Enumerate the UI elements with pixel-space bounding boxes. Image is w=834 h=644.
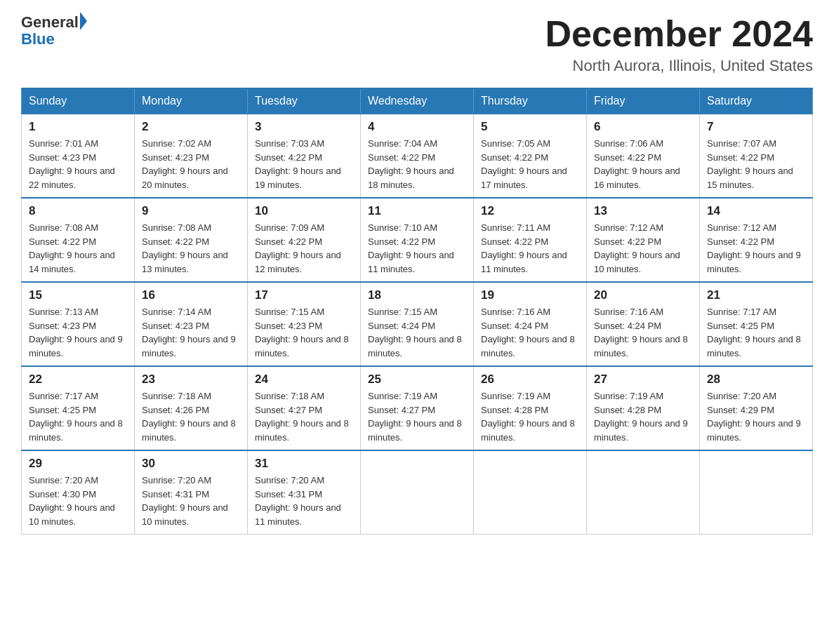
day-number: 25 <box>368 373 466 387</box>
day-info: Sunrise: 7:19 AM Sunset: 4:28 PM Dayligh… <box>594 389 692 444</box>
day-info: Sunrise: 7:01 AM Sunset: 4:23 PM Dayligh… <box>29 137 127 192</box>
day-info: Sunrise: 7:18 AM Sunset: 4:26 PM Dayligh… <box>142 389 240 444</box>
daylight-label: Daylight: 9 hours and 9 minutes. <box>707 418 801 443</box>
calendar-week-row: 8 Sunrise: 7:08 AM Sunset: 4:22 PM Dayli… <box>22 198 813 282</box>
sunset-label: Sunset: 4:22 PM <box>255 152 322 163</box>
calendar-day-cell: 9 Sunrise: 7:08 AM Sunset: 4:22 PM Dayli… <box>135 198 248 282</box>
sunset-label: Sunset: 4:23 PM <box>255 321 322 331</box>
sunset-label: Sunset: 4:22 PM <box>481 152 548 163</box>
day-number: 12 <box>481 204 579 218</box>
sunset-label: Sunset: 4:30 PM <box>29 489 96 499</box>
logo: General Blue <box>21 14 87 48</box>
day-info: Sunrise: 7:02 AM Sunset: 4:23 PM Dayligh… <box>142 137 240 192</box>
daylight-label: Daylight: 9 hours and 8 minutes. <box>255 418 349 443</box>
calendar-day-cell: 8 Sunrise: 7:08 AM Sunset: 4:22 PM Dayli… <box>22 198 135 282</box>
calendar-day-cell <box>700 450 813 535</box>
day-number: 21 <box>707 288 805 302</box>
daylight-label: Daylight: 9 hours and 8 minutes. <box>481 334 575 358</box>
day-info: Sunrise: 7:11 AM Sunset: 4:22 PM Dayligh… <box>481 221 579 276</box>
day-info: Sunrise: 7:19 AM Sunset: 4:28 PM Dayligh… <box>481 389 579 444</box>
sunrise-label: Sunrise: 7:16 AM <box>481 307 550 317</box>
day-number: 23 <box>142 373 240 387</box>
day-number: 7 <box>707 120 805 134</box>
daylight-label: Daylight: 9 hours and 17 minutes. <box>481 166 567 190</box>
calendar-week-row: 15 Sunrise: 7:13 AM Sunset: 4:23 PM Dayl… <box>22 282 813 366</box>
sunrise-label: Sunrise: 7:09 AM <box>255 222 324 233</box>
sunset-label: Sunset: 4:22 PM <box>368 236 435 247</box>
daylight-label: Daylight: 9 hours and 8 minutes. <box>368 334 462 358</box>
sunset-label: Sunset: 4:23 PM <box>142 321 209 331</box>
calendar-day-cell: 29 Sunrise: 7:20 AM Sunset: 4:30 PM Dayl… <box>22 450 135 535</box>
sunset-label: Sunset: 4:22 PM <box>368 152 435 163</box>
daylight-label: Daylight: 9 hours and 16 minutes. <box>594 166 680 190</box>
sunset-label: Sunset: 4:31 PM <box>255 489 322 499</box>
calendar-day-cell: 15 Sunrise: 7:13 AM Sunset: 4:23 PM Dayl… <box>22 282 135 366</box>
sunrise-label: Sunrise: 7:19 AM <box>594 391 663 401</box>
sunset-label: Sunset: 4:23 PM <box>142 152 209 163</box>
day-number: 9 <box>142 204 240 218</box>
logo-text-blue: Blue <box>21 31 87 48</box>
sunrise-label: Sunrise: 7:10 AM <box>368 222 437 233</box>
calendar-day-cell: 26 Sunrise: 7:19 AM Sunset: 4:28 PM Dayl… <box>474 366 587 450</box>
day-number: 17 <box>255 288 353 302</box>
sunrise-label: Sunrise: 7:20 AM <box>142 475 211 485</box>
daylight-label: Daylight: 9 hours and 9 minutes. <box>707 250 801 274</box>
calendar-day-cell <box>474 450 587 535</box>
day-number: 13 <box>594 204 692 218</box>
sunrise-label: Sunrise: 7:13 AM <box>29 307 98 317</box>
sunrise-label: Sunrise: 7:16 AM <box>594 307 663 317</box>
sunrise-label: Sunrise: 7:15 AM <box>368 307 437 317</box>
sunrise-label: Sunrise: 7:17 AM <box>707 307 776 317</box>
daylight-label: Daylight: 9 hours and 12 minutes. <box>255 250 341 274</box>
day-info: Sunrise: 7:16 AM Sunset: 4:24 PM Dayligh… <box>594 305 692 360</box>
sunset-label: Sunset: 4:28 PM <box>481 405 548 415</box>
sunset-label: Sunset: 4:22 PM <box>481 236 548 247</box>
calendar-day-cell: 6 Sunrise: 7:06 AM Sunset: 4:22 PM Dayli… <box>587 114 700 198</box>
daylight-label: Daylight: 9 hours and 11 minutes. <box>481 250 567 274</box>
day-info: Sunrise: 7:06 AM Sunset: 4:22 PM Dayligh… <box>594 137 692 192</box>
day-number: 1 <box>29 120 127 134</box>
calendar-day-cell: 13 Sunrise: 7:12 AM Sunset: 4:22 PM Dayl… <box>587 198 700 282</box>
day-info: Sunrise: 7:14 AM Sunset: 4:23 PM Dayligh… <box>142 305 240 360</box>
sunset-label: Sunset: 4:24 PM <box>481 321 548 331</box>
day-info: Sunrise: 7:13 AM Sunset: 4:23 PM Dayligh… <box>29 305 127 360</box>
day-number: 16 <box>142 288 240 302</box>
calendar-day-cell: 7 Sunrise: 7:07 AM Sunset: 4:22 PM Dayli… <box>700 114 813 198</box>
sunrise-label: Sunrise: 7:20 AM <box>255 475 324 485</box>
day-info: Sunrise: 7:04 AM Sunset: 4:22 PM Dayligh… <box>368 137 466 192</box>
daylight-label: Daylight: 9 hours and 8 minutes. <box>707 334 801 358</box>
daylight-label: Daylight: 9 hours and 8 minutes. <box>29 418 123 443</box>
calendar-day-cell: 12 Sunrise: 7:11 AM Sunset: 4:22 PM Dayl… <box>474 198 587 282</box>
sunset-label: Sunset: 4:22 PM <box>255 236 322 247</box>
sunrise-label: Sunrise: 7:17 AM <box>29 391 98 401</box>
location-title: North Aurora, Illinois, United States <box>545 57 813 75</box>
sunset-label: Sunset: 4:24 PM <box>368 321 435 331</box>
sunset-label: Sunset: 4:29 PM <box>707 405 774 415</box>
calendar-table: SundayMondayTuesdayWednesdayThursdayFrid… <box>21 88 813 535</box>
sunset-label: Sunset: 4:25 PM <box>29 405 96 415</box>
sunrise-label: Sunrise: 7:04 AM <box>368 138 437 149</box>
day-number: 28 <box>707 373 805 387</box>
calendar-day-cell: 16 Sunrise: 7:14 AM Sunset: 4:23 PM Dayl… <box>135 282 248 366</box>
day-number: 18 <box>368 288 466 302</box>
calendar-week-row: 29 Sunrise: 7:20 AM Sunset: 4:30 PM Dayl… <box>22 450 813 535</box>
sunset-label: Sunset: 4:22 PM <box>707 236 774 247</box>
daylight-label: Daylight: 9 hours and 10 minutes. <box>594 250 680 274</box>
calendar-day-cell: 30 Sunrise: 7:20 AM Sunset: 4:31 PM Dayl… <box>135 450 248 535</box>
logo-arrow-icon <box>80 12 87 30</box>
daylight-label: Daylight: 9 hours and 19 minutes. <box>255 166 341 190</box>
day-info: Sunrise: 7:20 AM Sunset: 4:31 PM Dayligh… <box>255 474 353 528</box>
sunset-label: Sunset: 4:24 PM <box>594 321 661 331</box>
sunrise-label: Sunrise: 7:03 AM <box>255 138 324 149</box>
day-info: Sunrise: 7:12 AM Sunset: 4:22 PM Dayligh… <box>594 221 692 276</box>
calendar-day-cell: 31 Sunrise: 7:20 AM Sunset: 4:31 PM Dayl… <box>248 450 361 535</box>
day-info: Sunrise: 7:15 AM Sunset: 4:23 PM Dayligh… <box>255 305 353 360</box>
day-info: Sunrise: 7:08 AM Sunset: 4:22 PM Dayligh… <box>142 221 240 276</box>
sunset-label: Sunset: 4:31 PM <box>142 489 209 499</box>
daylight-label: Daylight: 9 hours and 9 minutes. <box>29 334 123 358</box>
daylight-label: Daylight: 9 hours and 9 minutes. <box>594 418 688 443</box>
day-number: 31 <box>255 457 353 471</box>
sunset-label: Sunset: 4:22 PM <box>142 236 209 247</box>
calendar-day-cell: 1 Sunrise: 7:01 AM Sunset: 4:23 PM Dayli… <box>22 114 135 198</box>
day-info: Sunrise: 7:09 AM Sunset: 4:22 PM Dayligh… <box>255 221 353 276</box>
